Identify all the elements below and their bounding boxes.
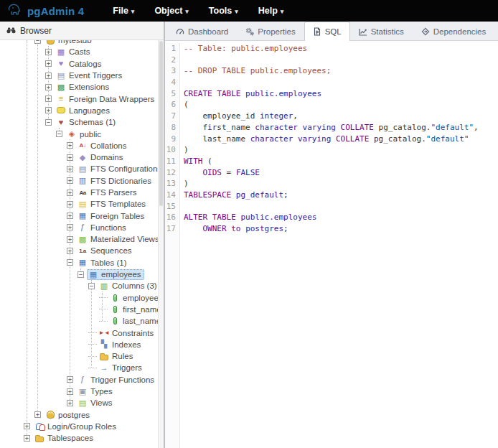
expand-toggle-icon[interactable]: + [34, 411, 41, 418]
sql-editor[interactable]: 1234567891011121314151617 -- Table: publ… [165, 41, 498, 448]
tree-node[interactable]: ▦Casts [55, 47, 93, 57]
tree-item-fts-configurations[interactable]: +▤FTS Configurations [0, 163, 164, 174]
tree-node[interactable]: ♥Catalogs [55, 58, 104, 69]
tree-node-selected[interactable]: ▦employees [87, 269, 144, 280]
tree-item-functions[interactable]: +ƒFunctions [0, 222, 164, 233]
tree-node[interactable]: 1.aSequences [76, 246, 135, 256]
tree-node[interactable]: ▩Extensions [55, 82, 112, 93]
tree-item-foreign-tables[interactable]: +▦Foreign Tables [0, 210, 164, 221]
expand-toggle-icon[interactable]: + [67, 154, 73, 161]
tree-node[interactable]: ►◄Constraints [98, 327, 156, 338]
collapse-toggle-icon[interactable]: − [45, 119, 52, 126]
menu-tools[interactable]: Tools▾ [202, 3, 245, 19]
collapse-toggle-icon[interactable]: − [67, 259, 73, 266]
expand-toggle-icon[interactable]: + [45, 107, 52, 113]
tree-item-employees[interactable]: −▦employees [0, 269, 164, 280]
tree-item-types[interactable]: +▣Types [0, 386, 164, 397]
tree-node[interactable]: A↓Collations [76, 140, 130, 151]
tree-item-languages[interactable]: +Languages [0, 105, 164, 116]
tree-item-fts-dictionaries[interactable]: +▥FTS Dictionaries [0, 175, 164, 187]
tree-item-sequences[interactable]: +1.aSequences [0, 245, 164, 256]
collapse-toggle-icon[interactable]: − [77, 271, 84, 278]
tree-item-foreign-data-wrappers[interactable]: +≡Foreign Data Wrappers [0, 93, 164, 104]
expand-toggle-icon[interactable]: + [67, 376, 73, 383]
expand-toggle-icon[interactable]: + [67, 201, 73, 207]
tree-node[interactable]: ◆Domains [76, 152, 126, 163]
expand-toggle-icon[interactable]: + [45, 73, 52, 79]
tree-node[interactable]: AaFTS Parsers [76, 187, 140, 198]
tree-node[interactable]: Login/Group Roles [33, 421, 119, 431]
tree-item-fts-parsers[interactable]: +AaFTS Parsers [0, 187, 164, 198]
collapse-toggle-icon[interactable]: − [34, 40, 41, 44]
menu-file[interactable]: File▾ [105, 3, 141, 19]
tree-item-views[interactable]: +▤Views [0, 397, 164, 409]
tree-item-indexes[interactable]: ▚Indexes [0, 339, 164, 350]
tree-node[interactable]: Rules [98, 351, 136, 362]
tab-statistics[interactable]: Statistics [350, 22, 413, 40]
expand-toggle-icon[interactable]: + [67, 400, 73, 406]
tree-item-public[interactable]: −◈public [0, 128, 164, 139]
expand-toggle-icon[interactable]: + [45, 60, 52, 67]
tree-node[interactable]: employee_id [108, 292, 164, 303]
expand-toggle-icon[interactable]: + [67, 388, 73, 395]
tree-node[interactable]: ≡Foreign Data Wrappers [55, 93, 157, 104]
tree-node[interactable]: ▦Foreign Tables [76, 210, 147, 221]
tree-item-domains[interactable]: +◆Domains [0, 151, 164, 163]
tree-node[interactable]: first_name [108, 304, 164, 314]
tree-item-last-name[interactable]: last_name [0, 315, 164, 327]
tree-item-login-group-roles[interactable]: +Login/Group Roles [0, 421, 164, 432]
tree-item-trigger-functions[interactable]: +ƒTrigger Functions [0, 374, 164, 386]
tree-node[interactable]: last_name [108, 316, 164, 327]
tree-node[interactable]: ▩Materialized Views [76, 234, 162, 245]
tab-dependents[interactable]: Dependents [494, 22, 498, 40]
expand-toggle-icon[interactable]: + [45, 95, 52, 102]
expand-toggle-icon[interactable]: + [67, 236, 73, 243]
tree-node[interactable]: ▤Views [76, 398, 115, 409]
expand-toggle-icon[interactable]: + [67, 224, 73, 230]
tree-scrollbar-thumb[interactable] [159, 41, 163, 206]
tree-item-schemas-1[interactable]: −♥Schemas (1) [0, 116, 164, 128]
tab-dependencies[interactable]: Dependencies [413, 22, 495, 40]
expand-toggle-icon[interactable]: + [67, 166, 73, 172]
tree-node[interactable]: postgres [44, 409, 93, 420]
tree-node[interactable]: ▥FTS Dictionaries [76, 175, 154, 186]
tree-node[interactable]: mytestdb [44, 40, 95, 46]
tree-item-mytestdb[interactable]: −mytestdb [0, 40, 164, 46]
tree-item-postgres[interactable]: +postgres [0, 409, 164, 421]
tree-item-rules[interactable]: Rules [0, 350, 164, 362]
tree-item-constraints[interactable]: ►◄Constraints [0, 327, 164, 338]
tree-item-first-name[interactable]: first_name [0, 304, 164, 315]
tab-properties[interactable]: Properties [237, 22, 304, 40]
menu-object[interactable]: Object▾ [147, 3, 195, 19]
expand-toggle-icon[interactable]: + [67, 190, 73, 196]
tree-node[interactable]: Tablespaces [33, 433, 96, 444]
tree-item-materialized-views[interactable]: +▩Materialized Views [0, 233, 164, 245]
tab-dashboard[interactable]: Dashboard [167, 22, 237, 40]
expand-toggle-icon[interactable]: + [24, 435, 30, 442]
tree-item-catalogs[interactable]: +♥Catalogs [0, 58, 164, 70]
object-browser-tree[interactable]: −mytestdb+▦Casts+♥Catalogs+▤Event Trigge… [0, 40, 164, 448]
expand-toggle-icon[interactable]: + [67, 142, 73, 149]
tree-scrollbar[interactable] [158, 40, 164, 448]
tree-node[interactable]: ▚Indexes [98, 339, 144, 350]
tree-node[interactable]: ▦Tables (1) [76, 257, 130, 268]
tree-item-tables-1[interactable]: −▦Tables (1) [0, 257, 164, 269]
expand-toggle-icon[interactable]: + [67, 213, 73, 219]
sql-code[interactable]: -- Table: public.employees -- DROP TABLE… [180, 43, 498, 448]
tree-node[interactable]: ◈public [65, 129, 104, 139]
tree-node[interactable]: →Triggers [98, 363, 145, 373]
tree-item-columns-3[interactable]: −▥Columns (3) [0, 280, 164, 291]
tree-item-casts[interactable]: +▦Casts [0, 46, 164, 57]
tree-item-extensions[interactable]: +▩Extensions [0, 81, 164, 93]
collapse-toggle-icon[interactable]: − [56, 131, 62, 137]
tree-node[interactable]: ♥Schemas (1) [55, 117, 118, 128]
tree-node[interactable]: ▤Event Triggers [55, 70, 125, 81]
tree-node[interactable]: Languages [55, 105, 113, 116]
expand-toggle-icon[interactable]: + [24, 423, 30, 429]
tree-node[interactable]: ▤FTS Configurations [76, 164, 164, 174]
menu-help[interactable]: Help▾ [251, 3, 291, 19]
tree-node[interactable]: ƒTrigger Functions [76, 374, 157, 385]
tree-node[interactable]: ▥Columns (3) [98, 281, 160, 291]
collapse-toggle-icon[interactable]: − [88, 283, 95, 289]
tree-item-tablespaces[interactable]: +Tablespaces [0, 432, 164, 444]
